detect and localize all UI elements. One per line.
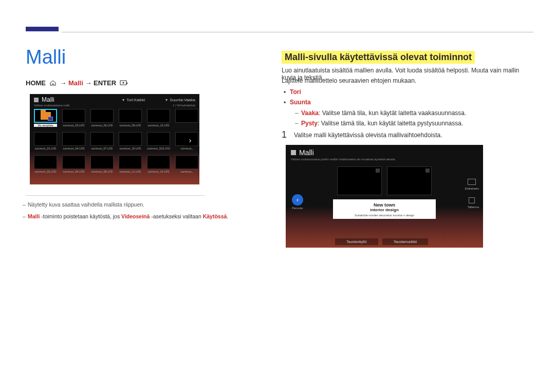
editor-content: New town interior design Sustainble mord… — [322, 166, 447, 242]
thumb-image — [147, 155, 170, 169]
gallery-next-button[interactable]: › — [184, 134, 196, 146]
filter-suunta[interactable]: ▾ Suunta:Vaaka — [165, 98, 195, 102]
card-title: New town — [335, 202, 434, 208]
thumb-mark-icon — [425, 169, 430, 173]
thumb-caption: common_02.LFD — [34, 170, 56, 173]
thumb-caption: common_07.LFD — [91, 147, 113, 150]
thumb-caption: common_ — [180, 170, 193, 173]
thumb-image — [147, 132, 170, 146]
page-title: Malli — [26, 46, 66, 68]
template-thumb[interactable]: common_11.LFD — [118, 155, 143, 177]
thumb-image — [90, 155, 114, 169]
editor-tabs: Taustanäyttö Taustamusiikki — [335, 238, 428, 245]
gallery-subtitle-row: Valitse mukautettava malli. 1 / 64 kohde… — [30, 104, 199, 108]
breadcrumb-arrow: → — [60, 79, 66, 87]
gallery-title: Malli — [42, 96, 54, 103]
template-thumb[interactable]: common_06.LFD — [89, 109, 115, 130]
thumb-mark-icon — [376, 169, 380, 173]
note-text: . — [227, 213, 228, 219]
preview-label: Esikatselu — [465, 187, 479, 190]
note-accent-videoseina: Videoseinä — [121, 213, 150, 219]
bullet-tori: Tori — [290, 88, 301, 96]
breadcrumb-malli: Malli — [68, 79, 83, 87]
editor-subtitle: Valitse mukautusalue jonkin malliin lisä… — [286, 158, 483, 163]
breadcrumb-arrow: → — [85, 79, 91, 87]
template-thumb[interactable]: common_14.LFD — [146, 155, 171, 177]
template-thumb[interactable]: common_04.LFD — [61, 132, 86, 154]
bullet-suunta: Suunta — [290, 99, 311, 106]
subbullet-vaaka-text: : Valitse tämä tila, kun käytät laitetta… — [319, 109, 466, 117]
filter-tori-label: Tori:Kaikki — [126, 98, 145, 102]
note-accent-malli: Malli — [28, 213, 40, 219]
gallery-subtitle: Valitse mukautettava malli. — [34, 104, 70, 107]
template-thumb[interactable]: common_08.LFD — [89, 155, 115, 177]
template-thumb[interactable]: common_015.LFD — [146, 132, 171, 154]
tab-background[interactable]: Taustanäyttö — [335, 238, 378, 245]
gallery-grid: My templatecommon_03.LFDcommon_06.LFDcom… — [30, 108, 199, 178]
template-thumb[interactable]: common_05.LFD — [61, 155, 86, 177]
intro-paragraph-2: Lajittele malliluettelo seuraavien ehtoj… — [282, 77, 533, 84]
subbullet-pysty-text: : Valitse tämä tila, kun käytät laitetta… — [318, 120, 463, 127]
filter-suunta-label: Suunta:Vaaka — [170, 98, 195, 102]
note-text: -asetukseksi valitaan — [150, 213, 202, 219]
template-thumb[interactable]: My template — [33, 109, 58, 130]
thumb-image — [62, 155, 85, 169]
template-thumb[interactable]: common_03.LFD — [61, 109, 86, 130]
editor-text-card[interactable]: New town interior design Sustainble mord… — [333, 199, 436, 219]
tab-music[interactable]: Taustamusiikki — [382, 238, 429, 245]
gallery-count: 1 / 64 kohde(tta) — [173, 104, 195, 107]
step-text: Valitse malli käytettävissä olevista mal… — [294, 132, 442, 139]
page-rule — [62, 32, 533, 32]
thumb-caption: common_ — [180, 147, 193, 150]
note-text: -toiminto poistetaan käytöstä, jos — [40, 213, 121, 219]
notes-divider — [26, 195, 205, 196]
template-editor-screenshot: Malli Valitse mukautusalue jonkin mallii… — [286, 145, 483, 248]
back-button[interactable]: ‹ — [292, 194, 303, 206]
template-thumb[interactable]: common_07.LFD — [89, 132, 115, 154]
thumb-caption: common_04.LFD — [63, 147, 84, 150]
template-thumb[interactable]: common_12.LFD — [146, 109, 171, 130]
gallery-header: Malli ▾ Tori:Kaikki ▾ Suunta:Vaaka — [30, 94, 199, 104]
editor-thumb-1[interactable] — [337, 166, 382, 195]
page-accent-bar — [26, 27, 59, 31]
thumb-image — [62, 132, 85, 146]
thumb-image — [34, 132, 57, 146]
card-subtitle: interior design — [335, 208, 434, 212]
note-image-varies: Näytetty kuva saattaa vaihdella mallista… — [28, 201, 144, 208]
thumb-image — [119, 132, 142, 146]
thumb-caption: common_12.LFD — [147, 124, 169, 127]
subbullet-vaaka-label: Vaaka — [301, 109, 319, 117]
thumb-caption: common_05.LFD — [63, 170, 84, 173]
back-label: Peruuta — [292, 207, 303, 210]
preview-button[interactable] — [468, 179, 476, 185]
template-thumb[interactable]: common_09.LFD — [118, 109, 143, 130]
home-icon — [49, 80, 57, 87]
save-button[interactable] — [469, 197, 475, 203]
thumb-caption: common_14.LFD — [147, 170, 169, 173]
editor-thumbnails — [337, 166, 432, 195]
gallery-logo-icon — [34, 98, 39, 102]
template-thumb[interactable]: common_01.LFD — [33, 132, 58, 154]
section-heading: Malli-sivulla käytettävissä olevat toimi… — [282, 51, 475, 64]
thumb-caption: common_08.LFD — [91, 170, 113, 173]
thumb-image — [62, 109, 85, 123]
template-thumb[interactable]: common_ — [174, 155, 199, 177]
note-accent-kaytossa: Käytössä — [203, 213, 227, 219]
editor-thumb-2[interactable] — [387, 166, 432, 195]
thumb-caption: My template — [34, 124, 57, 127]
thumb-caption: common_015.LFD — [147, 147, 170, 150]
template-thumb[interactable] — [174, 109, 199, 130]
editor-header: Malli — [286, 145, 483, 158]
thumb-caption: common_01.LFD — [34, 147, 56, 150]
thumb-caption: common_11.LFD — [119, 170, 141, 173]
template-thumb[interactable]: common_02.LFD — [33, 155, 58, 177]
save-label: Tallenna — [468, 206, 479, 209]
enter-icon — [120, 80, 128, 87]
template-thumb[interactable]: common_10.LFD — [118, 132, 143, 154]
chevron-down-icon: ▾ — [165, 98, 168, 102]
thumb-image — [119, 155, 142, 169]
filter-tori[interactable]: ▾ Tori:Kaikki — [122, 98, 145, 102]
svg-point-1 — [122, 82, 124, 84]
subbullet-pysty: Pysty: Valitse tämä tila, kun käytät lai… — [301, 120, 463, 127]
thumb-image — [34, 155, 57, 169]
